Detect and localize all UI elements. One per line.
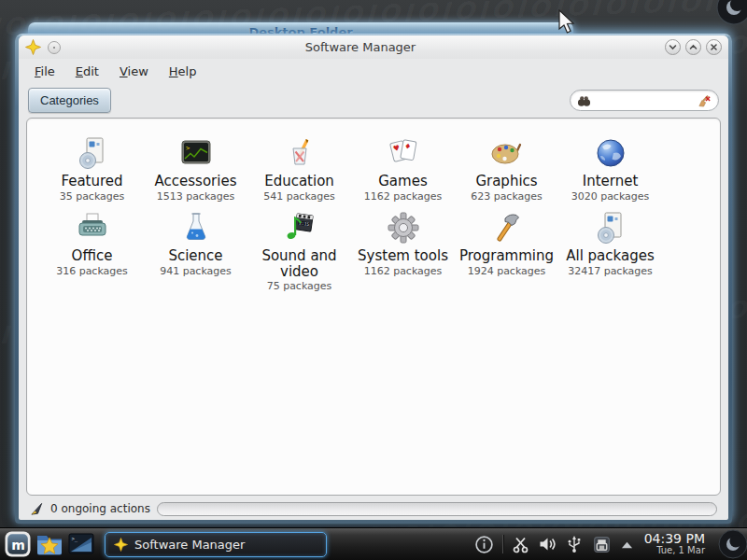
- category-label: Education: [247, 174, 351, 189]
- folder-favorites-icon[interactable]: [34, 530, 65, 559]
- usb-device-icon[interactable]: [565, 535, 584, 553]
- category-label: Science: [144, 248, 247, 264]
- package-cd-icon: [40, 133, 144, 171]
- software-manager-star-icon: [114, 538, 128, 552]
- pencil-cup-icon: [247, 133, 351, 171]
- minimize-icon[interactable]: [665, 39, 681, 55]
- clock-time: 04:39 PM: [644, 532, 705, 546]
- category-programming[interactable]: Programming 1924 packages: [455, 208, 558, 293]
- menu-file[interactable]: File: [26, 62, 63, 81]
- palette-icon: [455, 133, 558, 171]
- category-label: Accessories: [144, 174, 247, 189]
- mint-menu-icon[interactable]: m: [2, 530, 34, 559]
- category-label: Graphics: [455, 174, 558, 189]
- svg-text:>: >: [186, 145, 190, 152]
- category-office[interactable]: Office 316 packages: [40, 208, 144, 293]
- category-grid: Featured 35 packages >: [27, 119, 720, 292]
- category-label: Sound and video: [247, 248, 351, 280]
- volume-icon[interactable]: [538, 535, 557, 553]
- terminal-icon: >: [144, 133, 247, 171]
- category-accessories[interactable]: > Accessories 1513 packages: [144, 133, 247, 203]
- category-count: 35 packages: [40, 190, 144, 203]
- menubar: File Edit View Help: [19, 59, 728, 83]
- category-label: System tools: [351, 248, 455, 264]
- clear-search-icon[interactable]: [698, 93, 712, 107]
- category-graphics[interactable]: Graphics 623 packages: [455, 133, 558, 203]
- category-count: 316 packages: [40, 265, 144, 277]
- tray-expand-arrow-icon[interactable]: [620, 539, 634, 551]
- actions-progress-bar: [157, 502, 717, 516]
- music-film-icon: 2:15: [247, 208, 351, 245]
- software-manager-window: Software Manager File Edit View Help Cat…: [15, 34, 732, 524]
- flask-icon: [144, 208, 247, 245]
- close-icon[interactable]: [706, 39, 722, 55]
- menu-view[interactable]: View: [111, 62, 157, 81]
- package-cd-icon: [558, 208, 662, 245]
- tray-separator: [502, 535, 503, 553]
- search-box[interactable]: [570, 90, 719, 111]
- category-internet[interactable]: Internet 3020 packages: [558, 133, 662, 203]
- gear-icon: [351, 208, 455, 245]
- binoculars-icon: [577, 94, 591, 107]
- sticky-button[interactable]: [48, 41, 61, 54]
- category-count: 32417 packages: [558, 265, 662, 277]
- ongoing-actions-text: 0 ongoing actions: [50, 502, 150, 515]
- system-tray: 04:39 PM Tue, 1 Mar: [474, 528, 745, 560]
- info-icon[interactable]: [474, 535, 494, 554]
- category-all-packages[interactable]: All packages 32417 packages: [558, 208, 662, 293]
- category-count: 941 packages: [144, 265, 247, 277]
- category-label: All packages: [558, 248, 662, 264]
- taskbar: m >_ Software Manager: [0, 527, 747, 560]
- category-count: 623 packages: [455, 190, 558, 203]
- maximize-icon[interactable]: [685, 39, 701, 55]
- plasma-toolbox-icon[interactable]: [715, 0, 747, 30]
- show-desktop-icon[interactable]: >_: [65, 530, 97, 559]
- categories-button[interactable]: Categories: [28, 88, 111, 113]
- category-sound-and-video[interactable]: 2:15 Sound and video 75 packages: [247, 208, 351, 293]
- category-label: Internet: [558, 174, 662, 189]
- window-title: Software Manager: [61, 40, 660, 54]
- category-games[interactable]: ♥ ♦ Games 1162 packages: [351, 133, 455, 203]
- printer-icon[interactable]: [592, 535, 612, 554]
- category-label: Featured: [40, 174, 144, 189]
- clock-date: Tue, 1 Mar: [644, 546, 705, 556]
- category-count: 3020 packages: [558, 190, 662, 203]
- category-featured[interactable]: Featured 35 packages: [40, 133, 144, 203]
- clock[interactable]: 04:39 PM Tue, 1 Mar: [644, 532, 705, 555]
- category-count: 1162 packages: [351, 265, 455, 277]
- clipboard-scissors-icon[interactable]: [512, 536, 529, 553]
- category-count: 75 packages: [247, 280, 351, 292]
- globe-icon: [558, 133, 662, 171]
- actions-rocket-icon: [30, 502, 44, 516]
- category-count: 1924 packages: [455, 265, 558, 277]
- category-label: Programming: [455, 248, 558, 264]
- svg-text:>_: >_: [72, 536, 78, 542]
- category-count: 1162 packages: [351, 190, 455, 203]
- typewriter-icon: [40, 208, 144, 245]
- category-label: Office: [40, 248, 144, 264]
- playing-cards-icon: ♥ ♦: [351, 133, 455, 171]
- toolbar: Categories: [19, 83, 728, 118]
- hammer-icon: [455, 208, 558, 245]
- category-label: Games: [351, 174, 455, 189]
- category-education[interactable]: Education 541 packages: [247, 133, 351, 203]
- category-view: Featured 35 packages >: [26, 118, 721, 496]
- svg-text:m: m: [11, 538, 25, 553]
- category-system-tools[interactable]: System tools 1162 packages: [351, 208, 455, 293]
- task-button-label: Software Manager: [134, 538, 245, 552]
- menu-help[interactable]: Help: [161, 62, 205, 81]
- category-count: 541 packages: [247, 190, 351, 203]
- panel-toolbox-icon[interactable]: [717, 528, 747, 560]
- titlebar[interactable]: Software Manager: [19, 35, 728, 59]
- desktop: OIOIOIOIOIOIOIOIOIOIOIOIOIOIOIOIOIOIOIOI…: [0, 0, 747, 560]
- task-button-software-manager[interactable]: Software Manager: [105, 532, 327, 557]
- menu-edit[interactable]: Edit: [67, 62, 107, 81]
- category-science[interactable]: Science 941 packages: [144, 208, 247, 293]
- search-input[interactable]: [596, 94, 698, 107]
- window-menu-star-icon[interactable]: [25, 39, 41, 55]
- statusbar: 0 ongoing actions: [19, 499, 728, 520]
- category-count: 1513 packages: [144, 190, 247, 203]
